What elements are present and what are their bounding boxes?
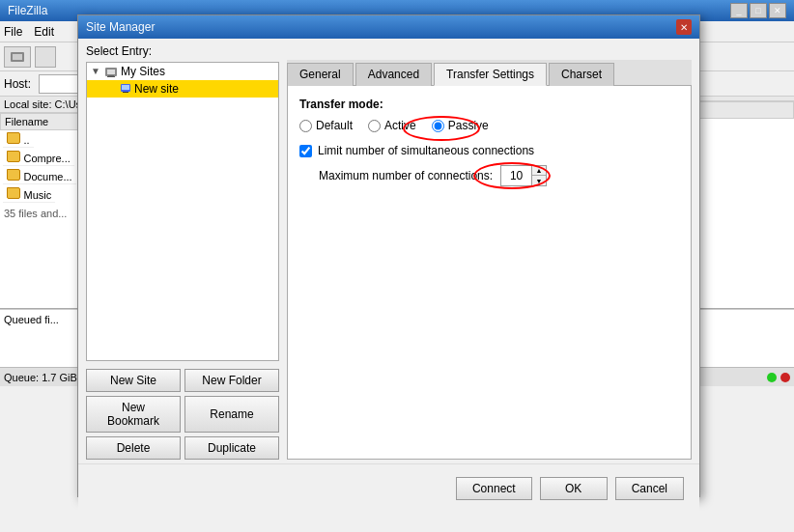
svg-rect-8 [123,92,128,93]
settings-panel: General Advanced Transfer Settings Chars… [287,60,692,460]
tree-root-label: My Sites [121,65,165,78]
transfer-mode-label: Transfer mode: [299,98,679,111]
new-bookmark-button[interactable]: New Bookmark [86,396,181,433]
limit-connections-checkbox[interactable] [299,145,312,157]
tree-child-item[interactable]: New site [87,80,278,98]
mode-active-label[interactable]: Active [368,119,416,132]
tab-general[interactable]: General [287,63,354,86]
site-manager-dialog: Site Manager ✕ Select Entry: ▼ [77,14,700,497]
svg-rect-7 [122,85,129,90]
window-controls[interactable]: _ □ ✕ [730,3,786,18]
dialog-footer: Connect OK Cancel [78,463,699,512]
minimize-button[interactable]: _ [730,3,748,18]
site-tree: ▼ My Sites [86,62,279,361]
transfer-mode-radio-group: Default Active Passive [299,119,679,132]
spinner-down-button[interactable]: ▼ [532,176,546,185]
tab-content-transfer-settings: Transfer mode: Default Active Passive [287,86,692,460]
mode-passive-label[interactable]: Passive [432,119,489,132]
svg-rect-5 [107,76,115,77]
mode-active-radio[interactable] [368,120,381,132]
folder-icon [7,169,20,181]
mode-passive-radio[interactable] [432,120,444,132]
new-folder-button[interactable]: New Folder [184,369,279,392]
new-site-button[interactable]: New Site [86,369,181,392]
folder-icon [7,187,20,199]
status-dot-red [780,373,790,382]
limit-connections-label: Limit number of simultaneous connections [318,144,534,157]
tab-bar: General Advanced Transfer Settings Chars… [287,60,692,86]
fz-title: FileZilla [8,4,47,17]
queue-status: Queue: 1.7 GiB [4,372,77,383]
maximize-button[interactable]: □ [750,3,767,18]
max-connections-spinner: ▲ ▼ [500,165,547,186]
mode-default-label[interactable]: Default [299,119,353,132]
ok-button[interactable]: OK [540,477,608,500]
select-entry-label: Select Entry: [78,39,699,60]
my-sites-icon [104,65,118,78]
close-button[interactable]: ✕ [769,3,786,18]
duplicate-button[interactable]: Duplicate [184,436,279,460]
mode-default-text: Default [316,119,353,132]
dialog-win-controls[interactable]: ✕ [676,19,692,35]
tab-transfer-settings[interactable]: Transfer Settings [434,63,547,86]
tab-advanced[interactable]: Advanced [355,63,432,86]
max-connections-input[interactable] [501,166,532,185]
svg-rect-1 [13,54,22,60]
mode-passive-text: Passive [448,119,489,132]
tree-root-item[interactable]: ▼ My Sites [87,63,278,80]
max-connections-row: Maximum number of connections: ▲ ▼ [319,165,679,186]
host-label: Host: [4,77,31,91]
site-buttons-grid: New Site New Folder New Bookmark Rename … [86,369,279,460]
tab-charset[interactable]: Charset [549,63,614,86]
dialog-titlebar: Site Manager ✕ [78,15,699,39]
status-dots [767,373,790,382]
limit-connections-checkbox-item: Limit number of simultaneous connections [299,144,679,157]
site-node-icon [120,83,131,95]
mode-active-text: Active [384,119,416,132]
dialog-title: Site Manager [86,20,155,34]
new-site-label: New site [134,82,179,96]
svg-rect-4 [108,75,114,76]
menu-edit[interactable]: Edit [34,25,54,39]
spinner-buttons: ▲ ▼ [532,166,546,185]
menu-file[interactable]: File [4,25,22,39]
delete-button[interactable]: Delete [86,436,181,460]
folder-icon [7,132,20,144]
status-dot-green [767,373,777,382]
max-connections-label: Maximum number of connections: [319,169,493,182]
folder-icon [7,151,20,162]
mode-default-radio[interactable] [299,120,312,132]
cancel-button[interactable]: Cancel [615,477,684,500]
toolbar-btn-2[interactable] [35,46,56,68]
spinner-up-button[interactable]: ▲ [532,166,546,176]
tree-expand-icon[interactable]: ▼ [91,66,102,77]
connect-button[interactable]: Connect [456,477,532,500]
rename-button[interactable]: Rename [184,396,279,433]
left-panel: ▼ My Sites [86,60,279,460]
toolbar-open-sm-button[interactable] [4,46,31,68]
dialog-close-button[interactable]: ✕ [676,19,692,35]
svg-rect-3 [107,70,115,74]
